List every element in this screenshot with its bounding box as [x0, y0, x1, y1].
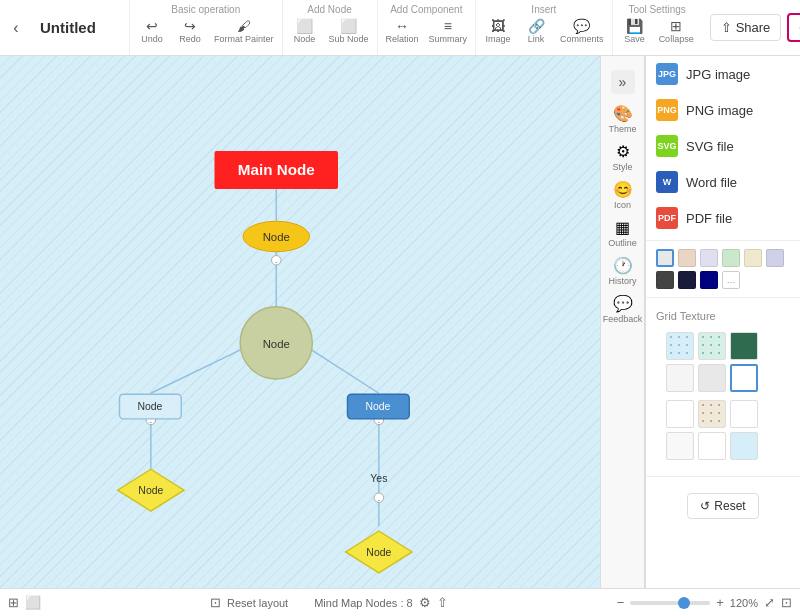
- sub-node-button[interactable]: ⬜ Sub Node: [325, 17, 373, 46]
- sidebar-item-feedback[interactable]: 💬 Feedback: [603, 292, 643, 328]
- undo-label: Undo: [141, 34, 163, 44]
- link-icon: 🔗: [528, 19, 545, 33]
- save-label: Save: [624, 34, 645, 44]
- share-label: Share: [736, 20, 771, 35]
- summary-button[interactable]: ≡ Summary: [425, 17, 472, 46]
- sidebar-item-icon[interactable]: 😊 Icon: [603, 178, 643, 214]
- fit-icon[interactable]: ⊡: [781, 595, 792, 610]
- redo-button[interactable]: ↪ Redo: [172, 17, 208, 46]
- pdf-label: PDF file: [686, 211, 732, 226]
- sidebar-item-theme[interactable]: 🎨 Theme: [603, 102, 643, 138]
- format-painter-label: Format Painter: [214, 34, 274, 44]
- grid-swatch-9[interactable]: [730, 400, 758, 428]
- swatch-5[interactable]: [744, 249, 762, 267]
- png-icon: PNG: [656, 99, 678, 121]
- zoom-out-icon[interactable]: −: [617, 595, 625, 610]
- toolbar: ‹ Untitled Basic operation ↩ Undo ↪ Redo…: [0, 0, 800, 56]
- grid-swatch-10[interactable]: [666, 432, 694, 460]
- reset-button[interactable]: ↺ Reset: [687, 493, 758, 519]
- relation-label: Relation: [386, 34, 419, 44]
- settings-icon[interactable]: ⚙: [419, 595, 431, 610]
- summary-icon: ≡: [444, 19, 452, 33]
- grid-swatch-11[interactable]: [698, 432, 726, 460]
- grid-swatch-7[interactable]: [666, 400, 694, 428]
- redo-icon: ↪: [184, 19, 196, 33]
- statusbar-right: − + 120% ⤢ ⊡: [617, 595, 792, 610]
- grid-section-title: Grid Texture: [656, 310, 790, 322]
- save-button[interactable]: 💾 Save: [617, 17, 653, 46]
- link-button[interactable]: 🔗 Link: [518, 17, 554, 46]
- export-button[interactable]: ⇥ Export: [787, 13, 800, 42]
- zoom-in-icon[interactable]: +: [716, 595, 724, 610]
- share-icon: ⇧: [721, 20, 732, 35]
- export-word[interactable]: W Word file: [646, 164, 800, 200]
- swatch-9[interactable]: [700, 271, 718, 289]
- mindmap-canvas[interactable]: - - - - Main Node Node Node Node Node No…: [0, 56, 600, 588]
- swatch-8[interactable]: [678, 271, 696, 289]
- swatch-2[interactable]: [678, 249, 696, 267]
- share-button[interactable]: ⇧ Share: [710, 14, 782, 41]
- format-painter-button[interactable]: 🖌 Format Painter: [210, 17, 278, 46]
- group-label-insert: Insert: [531, 4, 556, 15]
- link-label: Link: [528, 34, 545, 44]
- grid-swatch-6[interactable]: [730, 364, 758, 392]
- svg-text:Node: Node: [137, 401, 162, 412]
- node-icon: ⬜: [296, 19, 313, 33]
- export-png[interactable]: PNG PNG image: [646, 92, 800, 128]
- grid-swatches-row2: [656, 396, 790, 464]
- sidebar-item-style[interactable]: ⚙ Style: [603, 140, 643, 176]
- svg-text:Main Node: Main Node: [238, 161, 315, 178]
- statusbar-grid-icon[interactable]: ⊞: [8, 595, 19, 610]
- fullscreen-icon[interactable]: ⤢: [764, 595, 775, 610]
- grid-swatch-3[interactable]: [730, 332, 758, 360]
- swatch-6[interactable]: [766, 249, 784, 267]
- swatch-1[interactable]: [656, 249, 674, 267]
- svg-icon: SVG: [656, 135, 678, 157]
- grid-swatch-2[interactable]: [698, 332, 726, 360]
- save-icon: 💾: [626, 19, 643, 33]
- basic-operation-group: Basic operation ↩ Undo ↪ Redo 🖌 Format P…: [129, 0, 282, 55]
- group-label-tools: Tool Settings: [629, 4, 686, 15]
- sub-node-label: Sub Node: [329, 34, 369, 44]
- node-button[interactable]: ⬜ Node: [287, 17, 323, 46]
- grid-swatch-1[interactable]: [666, 332, 694, 360]
- grid-swatch-5[interactable]: [698, 364, 726, 392]
- svg-text:Node: Node: [263, 231, 290, 243]
- swatch-more[interactable]: …: [722, 271, 740, 289]
- word-label: Word file: [686, 175, 737, 190]
- grid-swatch-4[interactable]: [666, 364, 694, 392]
- swatch-3[interactable]: [700, 249, 718, 267]
- theme-swatches: …: [646, 245, 800, 293]
- collapse-icon: ⊞: [670, 19, 682, 33]
- back-button[interactable]: ‹: [0, 0, 32, 55]
- zoom-slider[interactable]: [630, 601, 710, 605]
- export-pdf[interactable]: PDF PDF file: [646, 200, 800, 236]
- add-node-group: Add Node ⬜ Node ⬜ Sub Node: [282, 0, 377, 55]
- statusbar-left: ⊞ ⬜: [8, 595, 41, 610]
- expand-panel-button[interactable]: »: [611, 70, 635, 94]
- group-label-basic: Basic operation: [171, 4, 240, 15]
- tool-settings-group: Tool Settings 💾 Save ⊞ Collapse: [612, 0, 702, 55]
- add-component-group: Add Component ↔ Relation ≡ Summary: [377, 0, 476, 55]
- grid-swatch-12[interactable]: [730, 432, 758, 460]
- comments-button[interactable]: 💬 Comments: [556, 17, 608, 46]
- undo-button[interactable]: ↩ Undo: [134, 17, 170, 46]
- reset-layout-text[interactable]: Reset layout: [227, 597, 288, 609]
- collapse-button[interactable]: ⊞ Collapse: [655, 17, 698, 46]
- statusbar-layers-icon[interactable]: ⬜: [25, 595, 41, 610]
- reset-layout-icon[interactable]: ⊡: [210, 595, 221, 610]
- export-svg[interactable]: SVG SVG file: [646, 128, 800, 164]
- pdf-icon: PDF: [656, 207, 678, 229]
- sidebar-item-history[interactable]: 🕐 History: [603, 254, 643, 290]
- sidebar-item-outline[interactable]: ▦ Outline: [603, 216, 643, 252]
- export-jpg[interactable]: JPG JPG image: [646, 56, 800, 92]
- relation-button[interactable]: ↔ Relation: [382, 17, 423, 46]
- relation-icon: ↔: [395, 19, 409, 33]
- image-button[interactable]: 🖼 Image: [480, 17, 516, 46]
- grid-swatch-8[interactable]: [698, 400, 726, 428]
- summary-label: Summary: [429, 34, 468, 44]
- word-icon: W: [656, 171, 678, 193]
- share-status-icon[interactable]: ⇧: [437, 595, 448, 610]
- swatch-7[interactable]: [656, 271, 674, 289]
- swatch-4[interactable]: [722, 249, 740, 267]
